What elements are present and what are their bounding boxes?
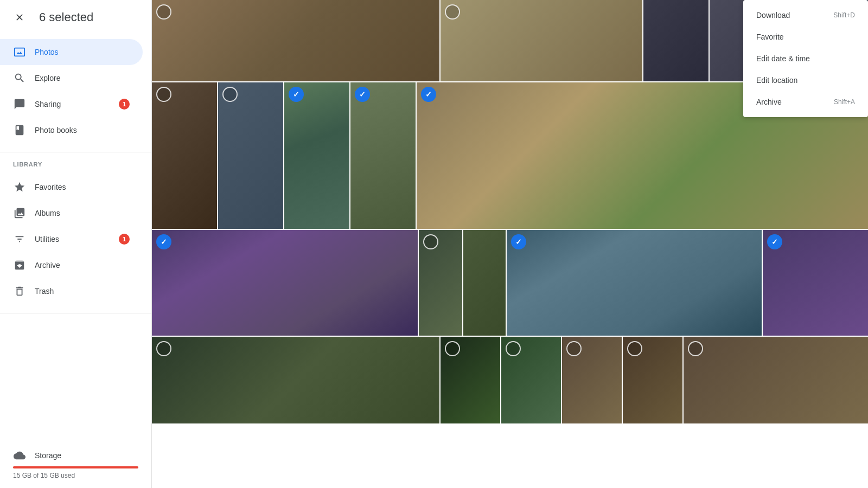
selected-count: 6 selected <box>39 10 93 24</box>
storage-icon <box>13 449 26 462</box>
photo-checkbox[interactable] <box>566 341 582 356</box>
storage-section: Storage 15 GB of 15 GB used <box>0 440 151 488</box>
photo-checkbox[interactable] <box>222 87 238 102</box>
sidebar-header: 6 selected <box>0 0 151 35</box>
photo-cell[interactable] <box>419 230 462 336</box>
photo-row-4 <box>152 337 868 423</box>
sidebar: 6 selected Photos Explore <box>0 0 152 488</box>
photo-checkbox[interactable] <box>445 4 460 20</box>
utilities-icon <box>13 233 26 246</box>
photo-cell[interactable] <box>623 337 682 423</box>
photo-checkbox[interactable] <box>767 234 782 249</box>
sidebar-item-utilities[interactable]: Utilities 1 <box>0 226 143 252</box>
sidebar-item-explore-label: Explore <box>35 74 60 82</box>
sidebar-item-favorites[interactable]: Favorites <box>0 174 143 200</box>
menu-favorite-label: Favorite <box>756 33 784 41</box>
library-section-label: LIBRARY <box>0 157 151 170</box>
sidebar-item-photo-books[interactable]: Photo books <box>0 117 143 143</box>
photo-checkbox[interactable] <box>156 341 171 356</box>
sidebar-item-favorites-label: Favorites <box>35 183 66 191</box>
sidebar-item-albums[interactable]: Albums <box>0 200 143 226</box>
photo-cell[interactable] <box>441 337 500 423</box>
sidebar-item-photo-books-label: Photo books <box>35 126 77 134</box>
photo-cell[interactable] <box>350 82 416 229</box>
menu-item-archive[interactable]: Archive Shift+A <box>743 91 868 113</box>
sidebar-item-albums-label: Albums <box>35 209 60 217</box>
photo-cell[interactable] <box>763 230 868 336</box>
sidebar-item-archive[interactable]: Archive <box>0 252 143 278</box>
photo-cell[interactable] <box>152 337 439 423</box>
sharing-icon <box>13 98 26 111</box>
storage-label: Storage <box>13 449 138 462</box>
menu-edit-date-label: Edit date & time <box>756 54 810 63</box>
photo-checkbox[interactable] <box>421 87 436 102</box>
photo-cell[interactable] <box>152 82 217 229</box>
menu-archive-label: Archive <box>756 98 782 106</box>
storage-used-text: 15 GB of 15 GB used <box>13 472 138 479</box>
photo-cell[interactable] <box>684 337 868 423</box>
photo-cell[interactable] <box>284 82 349 229</box>
photo-cell[interactable] <box>218 82 283 229</box>
photo-cell[interactable] <box>562 337 622 423</box>
photo-checkbox[interactable] <box>445 341 460 356</box>
storage-bar-background <box>13 466 138 468</box>
menu-edit-location-label: Edit location <box>756 76 797 85</box>
photo-cell[interactable] <box>152 0 439 81</box>
sidebar-item-explore[interactable]: Explore <box>0 65 143 91</box>
photo-checkbox[interactable] <box>627 341 642 356</box>
sidebar-item-photos-label: Photos <box>35 48 59 56</box>
photo-cell[interactable] <box>501 337 561 423</box>
context-menu: Download Shift+D Favorite Edit date & ti… <box>743 0 868 117</box>
photo-checkbox[interactable] <box>506 341 521 356</box>
photo-checkbox[interactable] <box>156 4 171 20</box>
photo-checkbox[interactable] <box>423 234 438 249</box>
menu-download-shortcut: Shift+D <box>833 11 855 19</box>
menu-item-download[interactable]: Download Shift+D <box>743 4 868 26</box>
sharing-badge: 1 <box>119 99 130 110</box>
photo-checkbox[interactable] <box>355 87 370 102</box>
sidebar-item-trash-label: Trash <box>35 287 54 296</box>
menu-item-favorite[interactable]: Favorite <box>743 26 868 48</box>
sidebar-divider <box>0 152 151 152</box>
photo-cell[interactable] <box>507 230 762 336</box>
photo-checkbox[interactable] <box>156 87 171 102</box>
sidebar-item-sharing[interactable]: Sharing 1 <box>0 91 143 117</box>
photo-checkbox[interactable] <box>289 87 304 102</box>
menu-item-edit-date-time[interactable]: Edit date & time <box>743 48 868 69</box>
sidebar-item-trash[interactable]: Trash <box>0 278 143 304</box>
storage-title: Storage <box>35 451 61 460</box>
archive-icon <box>13 259 26 272</box>
photo-cell[interactable] <box>441 0 642 81</box>
photo-books-icon <box>13 124 26 137</box>
menu-download-label: Download <box>756 11 790 20</box>
photo-row-3 <box>152 230 868 336</box>
trash-icon <box>13 285 26 298</box>
photo-checkbox[interactable] <box>156 234 171 249</box>
menu-archive-shortcut: Shift+A <box>834 98 855 106</box>
albums-icon <box>13 207 26 220</box>
photo-cell[interactable] <box>643 0 709 81</box>
utilities-badge: 1 <box>119 234 130 245</box>
explore-icon <box>13 72 26 85</box>
favorites-icon <box>13 181 26 194</box>
menu-item-edit-location[interactable]: Edit location <box>743 69 868 91</box>
sidebar-divider-2 <box>0 313 151 313</box>
sidebar-item-sharing-label: Sharing <box>35 100 61 108</box>
sidebar-item-photos[interactable]: Photos <box>0 39 143 65</box>
sidebar-item-utilities-label: Utilities <box>35 235 59 243</box>
main-nav: Photos Explore Sharing 1 <box>0 35 151 147</box>
photo-checkbox[interactable] <box>688 341 703 356</box>
photos-icon <box>13 46 26 59</box>
library-nav: Favorites Albums Utilities 1 <box>0 170 151 309</box>
storage-bar-fill <box>13 466 138 468</box>
photo-cell[interactable] <box>152 230 418 336</box>
photo-cell[interactable] <box>463 230 506 336</box>
sidebar-item-archive-label: Archive <box>35 261 60 269</box>
photo-checkbox[interactable] <box>511 234 526 249</box>
close-button[interactable] <box>9 7 30 28</box>
